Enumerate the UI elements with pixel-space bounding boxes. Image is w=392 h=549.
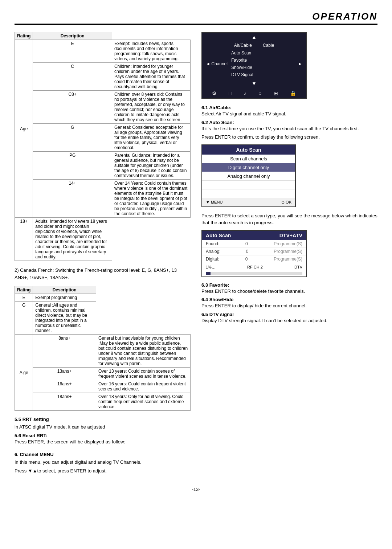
menu-item-show-hide: Show/Hide	[230, 64, 296, 71]
col-rating: Rating	[15, 32, 33, 40]
section-64-heading: 6.4 Show/Hide	[201, 297, 377, 302]
analog-prog: Programme(S)	[274, 249, 302, 254]
channel-right-arrow: ►	[298, 61, 302, 66]
auto-scan-footer: ▼ MENU ⊙ OK	[202, 198, 295, 206]
page-header: OPERATION	[15, 11, 377, 25]
table-row: 18ans+ Over 18 years: Only for adult vie…	[15, 393, 191, 411]
digital-channel-only: Digital channel only	[202, 163, 295, 172]
table-row: C Children: Intended for younger childre…	[15, 63, 191, 91]
auto-scan-ui: Auto Scan Scan all channels Digital chan…	[201, 144, 296, 207]
rrt-text55: in ATSC digital TV mode, it can be adjus…	[15, 423, 191, 431]
tv-arrow-down: ▼	[202, 80, 306, 88]
rating-desc: Children: Intended for younger children …	[112, 63, 190, 91]
auto-scan-dtv-header: Auto Scan DTV+ATV	[202, 231, 306, 240]
rating-code: E	[33, 40, 112, 63]
rating-desc: General: Considered acceptable for all a…	[112, 124, 190, 152]
analog-label: Analog:	[206, 249, 221, 254]
rating-desc: Exempt programming	[33, 294, 96, 302]
reset-rrt-heading: 5.6 Reset RRT:	[15, 433, 191, 438]
reset-rrt-text: Press ENTER, the screen will be displaye…	[15, 438, 191, 446]
ok-button: ⊙ OK	[281, 200, 291, 205]
rating-desc: Over 16 years: Could contain frequent vi…	[96, 380, 190, 393]
tv-menu-row: ◄ Channel Auto Scan Favorite Show/Hide D…	[202, 48, 306, 80]
rating-code: C	[33, 63, 112, 91]
table-row: 13ans+ Over 13 years: Could contain scen…	[15, 368, 191, 380]
auto-scan-subtitle: DTV+ATV	[279, 233, 302, 238]
section-62-text2: Press ENTER to confirm, to display the f…	[201, 134, 377, 141]
page-title: OPERATION	[15, 11, 377, 22]
lock-icon: 🔒	[290, 90, 296, 96]
rating-desc: General :All ages and children, contains…	[33, 302, 96, 335]
col-rating-2: Rating	[15, 286, 33, 294]
col-description-2: Description	[33, 286, 96, 294]
rating-code: 14+	[33, 180, 112, 218]
menu-item-dtv-signal: DTV Signal	[230, 71, 296, 78]
grid-icon: ⊞	[274, 90, 278, 96]
rating-code: G	[15, 302, 33, 335]
section-63-text: Press ENTER to choose/delete favorite ch…	[201, 288, 377, 295]
section-65-heading: 6.5 DTV signal	[201, 312, 377, 317]
section-61-text: Select Air TV signal and cable TV signal…	[201, 110, 377, 118]
progress-row: 1%… RF CH 2 DTV	[202, 263, 306, 271]
col-description: Description	[33, 32, 112, 40]
auto-scan-header: Auto Scan	[202, 145, 295, 155]
canada-french-note: 2) Canada French: Switching the French-r…	[15, 267, 191, 281]
page-number: -13-	[15, 487, 377, 492]
table-row: 18+ Adults: Intended for viewers 18 year…	[15, 218, 191, 261]
digital-count: 0	[245, 257, 248, 262]
menu-button: ▼ MENU	[206, 200, 222, 204]
rating-code: PG	[33, 152, 112, 180]
rating-code: 16ans+	[33, 380, 96, 393]
section-65-text: Display DTV strength signal. It can't be…	[201, 317, 377, 324]
found-count: 0	[245, 241, 248, 246]
table-row: E Exempt: Includes news, sports, documen…	[15, 40, 191, 63]
auto-scan-desc: Press ENTER to select a scan type, you w…	[201, 212, 377, 226]
menu-item-auto-scan: Auto Scan	[230, 49, 296, 57]
tv-menu-items: Auto Scan Favorite Show/Hide DTV Signal	[228, 49, 298, 78]
rating-desc: Over 13 years: Could contain scenes of f…	[96, 368, 190, 380]
section-63-heading: 6.3 Favorite:	[201, 282, 377, 288]
progress-dtv: DTV	[294, 265, 302, 269]
us-rating-table: Rating Description Age E Exempt: Include…	[15, 32, 191, 261]
right-column: ▲ Air/Cable Cable ◄ Channel Auto Scan Fa…	[201, 32, 377, 476]
table-row: PG Parental Guidance: Intended for a gen…	[15, 152, 191, 180]
rating-desc: Children over 8 years old: Contains no p…	[112, 91, 190, 124]
music-icon: ♪	[244, 90, 246, 96]
analog-channel-only: Analog channel only	[202, 172, 295, 181]
tv-icons-row: ⚙ □ ♪ ○ ⊞ 🔒	[202, 88, 306, 98]
digital-prog: Programme(S)	[274, 257, 302, 262]
age-label: Age	[15, 40, 33, 218]
tv-ui-mockup: ▲ Air/Cable Cable ◄ Channel Auto Scan Fa…	[201, 32, 307, 99]
analog-count: 0	[246, 249, 249, 254]
progress-bar-fill	[206, 272, 211, 275]
table-row: 16ans+ Over 16 years: Could contain freq…	[15, 380, 191, 393]
channel-menu-text2: Press ▼▲to select, press ENTER to adjust…	[15, 467, 191, 475]
table-row: E Exempt programming	[15, 294, 191, 302]
tv-top-labels: Air/Cable Cable	[202, 41, 306, 48]
rating-code: 18ans+	[33, 393, 96, 411]
scan-empty-1	[202, 181, 295, 189]
section-62-text1: If it's the first time you use the TV, y…	[201, 125, 377, 132]
left-column: Rating Description Age E Exempt: Include…	[15, 32, 191, 476]
channel-menu-text1: In this menu, you can adjust digital and…	[15, 459, 191, 466]
main-content: Rating Description Age E Exempt: Include…	[15, 32, 377, 476]
found-row: Found: 0 Programme(S)	[202, 240, 306, 248]
section-62-heading: 6.2 Auto Scan:	[201, 120, 377, 125]
channel-left-arrow: ◄ Channel	[206, 61, 228, 66]
rating-code: 8ans+	[33, 335, 96, 368]
digital-label: Digital:	[206, 257, 219, 262]
rating-code: 18+	[15, 218, 33, 261]
scan-empty-2	[202, 189, 295, 198]
menu-item-favorite: Favorite	[230, 57, 296, 64]
rating-desc: Parental Guidance: Intended for a genera…	[112, 152, 190, 180]
auto-scan-title: Auto Scan	[206, 233, 231, 238]
rating-desc: Over 14 Years: Could contain themes wher…	[112, 180, 190, 218]
age-label-2: A ge	[15, 335, 33, 411]
clock-icon: ○	[258, 90, 261, 96]
gear-icon: ⚙	[212, 90, 217, 96]
cable-label: Cable	[263, 43, 274, 48]
tv-arrow-up: ▲	[202, 33, 306, 41]
rating-code: E	[15, 294, 33, 302]
section-61-heading: 6.1 Air/Cable:	[201, 105, 377, 110]
rrt-heading: 5.5 RRT setting	[15, 417, 191, 422]
